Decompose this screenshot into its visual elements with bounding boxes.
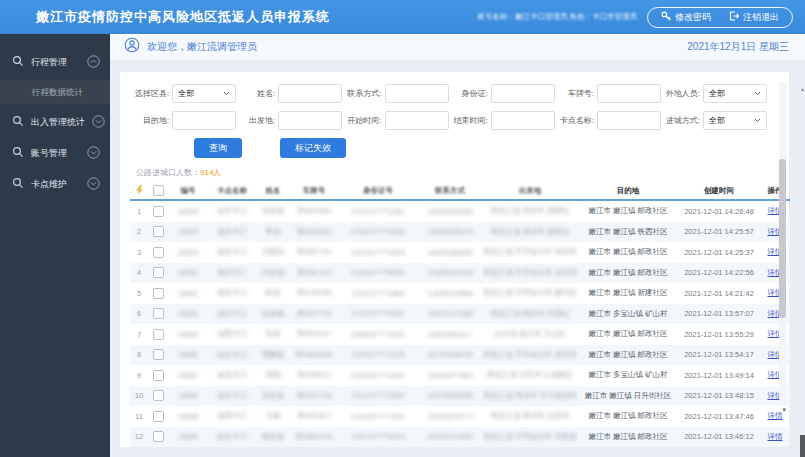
- cell-checkpoint: 城东卡口: [208, 200, 256, 222]
- row-checkbox[interactable]: [153, 206, 164, 217]
- row-checkbox[interactable]: [153, 267, 164, 278]
- end-time-input[interactable]: [491, 111, 555, 130]
- cell-serial: 18892: [168, 263, 208, 284]
- name-label: 姓名:: [236, 88, 278, 99]
- row-checkbox[interactable]: [153, 390, 164, 401]
- cell-created: 2021-12-01 13:49:14: [678, 365, 760, 386]
- search-button[interactable]: 查询: [194, 138, 242, 158]
- cell-plate: 黑NJN435: [290, 283, 338, 304]
- cell-origin: 黑龙江省 黑河市 北安市: [482, 406, 578, 427]
- row-checkbox[interactable]: [153, 226, 164, 237]
- table-scrollbar-thumb[interactable]: [779, 159, 786, 319]
- row-index: 11: [130, 406, 148, 427]
- cell-name: 吴丽: [256, 365, 290, 386]
- name-input[interactable]: [278, 84, 342, 103]
- cell-created: 2021-12-01 13:48:15: [678, 386, 760, 407]
- cell-created: 2021-12-01 13:47:46: [678, 406, 760, 427]
- cell-origin: 黑龙江省 齐齐哈尔市 讷河市: [482, 263, 578, 284]
- cell-contact: 15245219955: [418, 427, 482, 448]
- sidebar-item-checkpoint-maintenance[interactable]: 卡点维护: [0, 171, 110, 197]
- cell-serial: 18889: [168, 324, 208, 345]
- idcard-input[interactable]: [491, 84, 555, 103]
- change-password-button[interactable]: 修改密码: [661, 11, 711, 24]
- row-checkbox[interactable]: [153, 431, 164, 442]
- cell-contact: 18804061117: [418, 324, 482, 345]
- contact-input[interactable]: [385, 84, 449, 103]
- entry-method-select[interactable]: 全部: [703, 111, 767, 130]
- cell-plate: 黑NBW544: [290, 345, 338, 366]
- row-checkbox[interactable]: [153, 247, 164, 258]
- row-select-cell: [148, 386, 168, 407]
- cell-serial: 18890: [168, 304, 208, 325]
- destination-input[interactable]: [172, 111, 236, 130]
- logout-button[interactable]: 注销退出: [729, 11, 779, 24]
- cell-name: 陈某: [256, 283, 290, 304]
- table-scrollbar[interactable]: ▾: [779, 82, 786, 401]
- table-row: 118895城东卡口张某某黑NA2654210121****1081184450…: [130, 200, 790, 222]
- cell-contact: 13945077560: [418, 365, 482, 386]
- cell-destination: 嫩江市 嫩江镇 新建社区: [578, 283, 678, 304]
- filter-field-outsider: 外地人员:全部: [661, 84, 767, 103]
- row-checkbox[interactable]: [153, 308, 164, 319]
- row-checkbox[interactable]: [153, 288, 164, 299]
- col-header-origin: 出发地: [482, 182, 578, 200]
- row-checkbox[interactable]: [153, 329, 164, 340]
- col-header-checkpoint: 卡点名称: [208, 182, 256, 200]
- table-body: 118895城东卡口张某某黑NA2654210121****1081184450…: [130, 200, 790, 447]
- cell-destination: 嫩江市 嫩江镇 邮政社区: [578, 263, 678, 284]
- key-icon: [661, 11, 671, 23]
- page-scrollbar-thumb[interactable]: [800, 435, 805, 457]
- detail-link[interactable]: 详情: [768, 432, 783, 441]
- cell-origin: 黑龙江省 黑河市 爱辉区: [482, 222, 578, 243]
- cell-name: 张某某: [256, 200, 290, 222]
- table-row: 618890城北卡口赵春梅黑ND7770272224****4052152211…: [130, 304, 790, 325]
- sidebar-item-account-management[interactable]: 账号管理: [0, 140, 110, 166]
- row-select-cell: [148, 304, 168, 325]
- header-button-group: 修改密码 注销退出: [647, 7, 793, 28]
- sidebar-item-access-statistics[interactable]: 出入管理统计: [0, 109, 110, 135]
- cell-checkpoint: 城北卡口: [208, 263, 256, 284]
- checkpoint-input[interactable]: [597, 111, 661, 130]
- entry-method-label: 进城方式:: [661, 115, 703, 126]
- row-select-cell: [148, 324, 168, 345]
- cell-created: 2021-12-01 14:25:57: [678, 222, 760, 243]
- cell-serial: 18885: [168, 406, 208, 427]
- plate-input[interactable]: [597, 84, 661, 103]
- cell-serial: 18888: [168, 345, 208, 366]
- plate-label: 车牌号:: [555, 88, 597, 99]
- outsider-select[interactable]: 全部: [703, 84, 767, 103]
- cell-origin: 黑龙江省 黑河市 五大连池市: [482, 386, 578, 407]
- cell-checkpoint: 城东卡口: [208, 283, 256, 304]
- cell-idcard: 231025****1994: [338, 365, 418, 386]
- cell-idcard: 232301****2219: [338, 345, 418, 366]
- scroll-down-icon[interactable]: ▾: [782, 406, 786, 413]
- filter-field-name: 姓名:: [236, 84, 342, 103]
- sidebar-subitem-trip-data-statistics[interactable]: 行程数据统计: [0, 80, 110, 104]
- entry-count-value: 914人: [200, 168, 221, 177]
- cell-destination: 嫩江市 多宝山镇 矿山村: [578, 365, 678, 386]
- select-all-checkbox[interactable]: [153, 185, 164, 196]
- row-checkbox[interactable]: [153, 349, 164, 360]
- row-checkbox[interactable]: [153, 370, 164, 381]
- content-card: 选择区县:全部姓名:联系方式:身份证:车牌号:外地人员:全部 目的地:出发地:开…: [120, 72, 789, 447]
- start-time-input[interactable]: [385, 111, 449, 130]
- district-select[interactable]: 全部: [172, 84, 236, 103]
- cell-checkpoint: 城东卡口: [208, 386, 256, 407]
- entry-count-summary: 公路进城口人数：914人: [136, 167, 777, 178]
- account-info: 账号名称：嫩江卡口管理员 角色：卡口市管理员: [477, 12, 637, 22]
- start-time-label: 开始时间:: [342, 115, 384, 126]
- mark-invalid-button[interactable]: 标记失效: [280, 138, 346, 158]
- detail-link[interactable]: 详情: [768, 411, 783, 420]
- row-checkbox[interactable]: [153, 411, 164, 422]
- filter-field-destination: 目的地:: [130, 111, 236, 130]
- row-index: 9: [130, 365, 148, 386]
- row-select-cell: [148, 200, 168, 222]
- top-right-area: 账号名称：嫩江卡口管理员 角色：卡口市管理员 修改密码 注销退出: [477, 7, 793, 28]
- contact-label: 联系方式:: [342, 88, 384, 99]
- top-bar: 嫩江市疫情防控中高风险地区抵返人员申报系统 账号名称：嫩江卡口管理员 角色：卡口…: [0, 0, 805, 34]
- row-index: 6: [130, 304, 148, 325]
- cell-destination: 嫩江市 嫩江镇 日升街社区: [578, 386, 678, 407]
- origin-input[interactable]: [278, 111, 342, 130]
- sidebar-item-trip-management[interactable]: 行程管理: [0, 49, 110, 75]
- page-scroll-up-icon[interactable]: ▴: [801, 86, 804, 92]
